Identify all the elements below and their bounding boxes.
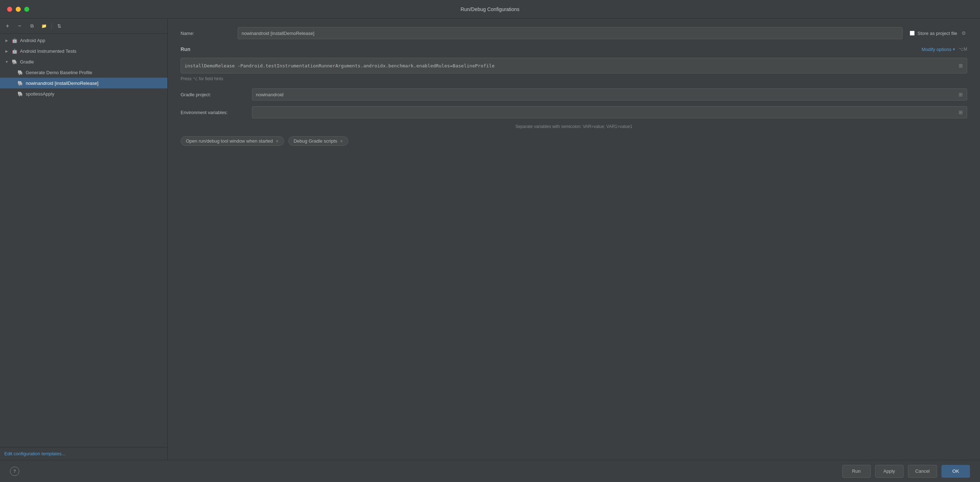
gradle-project-browse-button[interactable]: ⊞	[956, 90, 965, 99]
sidebar-item-nowinandroid[interactable]: 🐘 nowinandroid [installDemoRelease]	[0, 78, 167, 89]
sidebar-item-spotless[interactable]: 🐘 spotlessApply	[0, 89, 167, 99]
sort-button[interactable]: ⇅	[55, 21, 64, 31]
window: Run/Debug Configurations + − ⧉ 📁 ⇅ ▶ 🤖 A…	[0, 0, 980, 482]
field-hint-text: Press ⌥ for field hints	[181, 76, 223, 81]
remove-config-button[interactable]: −	[15, 21, 24, 31]
sidebar-footer: Edit configuration templates...	[0, 447, 167, 460]
run-section-header: Run Modify options ▾ ⌥M	[181, 46, 967, 52]
name-input-container: Store as project file ⚙	[238, 27, 967, 39]
tree-arrow-gradle: ▼	[4, 59, 9, 64]
edit-config-templates-link[interactable]: Edit configuration templates...	[4, 451, 65, 456]
gradle-project-input[interactable]	[252, 89, 967, 100]
ok-button[interactable]: OK	[942, 465, 970, 478]
sidebar-item-android-app-label: Android App	[20, 38, 167, 43]
tag-open-run-debug: Open run/debug tool window when started …	[181, 136, 284, 146]
name-label: Name:	[181, 31, 238, 36]
sidebar-toolbar: + − ⧉ 📁 ⇅	[0, 19, 167, 33]
name-input[interactable]	[238, 27, 902, 39]
env-vars-expand-button[interactable]: ⊞	[956, 108, 965, 117]
tag-debug-gradle-label: Debug Gradle scripts	[294, 138, 337, 144]
tag-debug-gradle: Debug Gradle scripts ×	[288, 136, 348, 146]
help-button[interactable]: ?	[10, 467, 19, 476]
modify-options-label: Modify options	[921, 47, 951, 52]
env-vars-hint: Separate variables with semicolon: VAR=v…	[181, 124, 967, 129]
gradle-project-row: Gradle project: ⊞	[181, 89, 967, 100]
gradle-project-label: Gradle project:	[181, 92, 252, 97]
sidebar-tree: ▶ 🤖 Android App ▶ 🤖 Android Instrumented…	[0, 33, 167, 447]
android-app-icon: 🤖	[11, 37, 18, 43]
modify-options-shortcut: ⌥M	[959, 47, 967, 52]
sidebar-item-android-instrumented[interactable]: ▶ 🤖 Android Instrumented Tests	[0, 46, 167, 56]
gradle-icon: 🐘	[11, 59, 18, 65]
store-project-file-checkbox[interactable]	[910, 31, 915, 36]
title-bar: Run/Debug Configurations	[0, 0, 980, 19]
minimize-button[interactable]	[16, 7, 21, 12]
tree-arrow-android-instrumented: ▶	[4, 49, 9, 54]
field-hint: Press ⌥ for field hints	[181, 76, 967, 81]
run-button[interactable]: Run	[842, 465, 871, 478]
command-input[interactable]	[181, 58, 967, 73]
store-project-file-row: Store as project file ⚙	[910, 30, 967, 37]
move-to-folder-button[interactable]: 📁	[39, 21, 49, 31]
content-panel: Name: Store as project file ⚙ Run Modify…	[168, 19, 980, 460]
env-vars-label: Environment variables:	[181, 110, 252, 115]
close-button[interactable]	[7, 7, 12, 12]
sidebar-item-android-instrumented-label: Android Instrumented Tests	[20, 49, 167, 54]
bottom-bar: ? Run Apply Cancel OK	[0, 460, 980, 482]
sidebar-item-android-app[interactable]: ▶ 🤖 Android App	[0, 35, 167, 46]
sidebar-item-generate-demo-label: Generate Demo Baseline Profile	[26, 70, 167, 75]
help-icon: ?	[13, 468, 16, 474]
name-row: Name: Store as project file ⚙	[181, 27, 967, 39]
window-controls	[7, 7, 29, 12]
apply-button[interactable]: Apply	[875, 465, 904, 478]
modify-options-button[interactable]: Modify options ▾	[921, 47, 955, 52]
spotless-icon: 🐘	[17, 90, 24, 97]
command-input-container: ⊞	[181, 58, 967, 73]
cancel-button[interactable]: Cancel	[908, 465, 937, 478]
generate-demo-icon: 🐘	[17, 69, 24, 76]
env-vars-input-wrap: ⊞	[252, 106, 967, 118]
sidebar-item-nowinandroid-label: nowinandroid [installDemoRelease]	[26, 81, 167, 86]
dialog-title: Run/Debug Configurations	[461, 6, 520, 12]
tag-debug-gradle-close-button[interactable]: ×	[340, 139, 343, 144]
sidebar-item-generate-demo[interactable]: 🐘 Generate Demo Baseline Profile	[0, 67, 167, 78]
gradle-project-input-wrap: ⊞	[252, 89, 967, 100]
maximize-button[interactable]	[24, 7, 29, 12]
store-project-file-gear-button[interactable]: ⚙	[960, 30, 967, 37]
command-input-expand-icon[interactable]: ⊞	[959, 63, 963, 68]
nowinandroid-icon: 🐘	[17, 80, 24, 86]
sidebar-item-gradle-label: Gradle	[20, 59, 167, 65]
add-config-button[interactable]: +	[3, 21, 12, 31]
tree-arrow-android-app: ▶	[4, 38, 9, 43]
env-vars-row: Environment variables: ⊞	[181, 106, 967, 118]
toolbar-separator	[51, 23, 52, 29]
env-vars-input[interactable]	[252, 106, 967, 118]
main-layout: + − ⧉ 📁 ⇅ ▶ 🤖 Android App ▶ 🤖	[0, 19, 980, 460]
sidebar-item-spotless-label: spotlessApply	[26, 91, 167, 97]
modify-options-chevron-icon: ▾	[953, 47, 955, 52]
env-vars-hint-text: Separate variables with semicolon: VAR=v…	[515, 124, 632, 129]
store-project-file-label: Store as project file	[918, 31, 957, 36]
copy-config-button[interactable]: ⧉	[27, 21, 37, 31]
tag-open-run-debug-label: Open run/debug tool window when started	[186, 138, 273, 144]
android-instrumented-icon: 🤖	[11, 48, 18, 54]
sidebar-item-gradle[interactable]: ▼ 🐘 Gradle	[0, 56, 167, 67]
tags-row: Open run/debug tool window when started …	[181, 136, 967, 146]
tag-open-run-debug-close-button[interactable]: ×	[276, 139, 279, 144]
bottom-bar-left: ?	[10, 467, 838, 476]
sidebar: + − ⧉ 📁 ⇅ ▶ 🤖 Android App ▶ 🤖	[0, 19, 168, 460]
run-section-title: Run	[181, 46, 190, 52]
